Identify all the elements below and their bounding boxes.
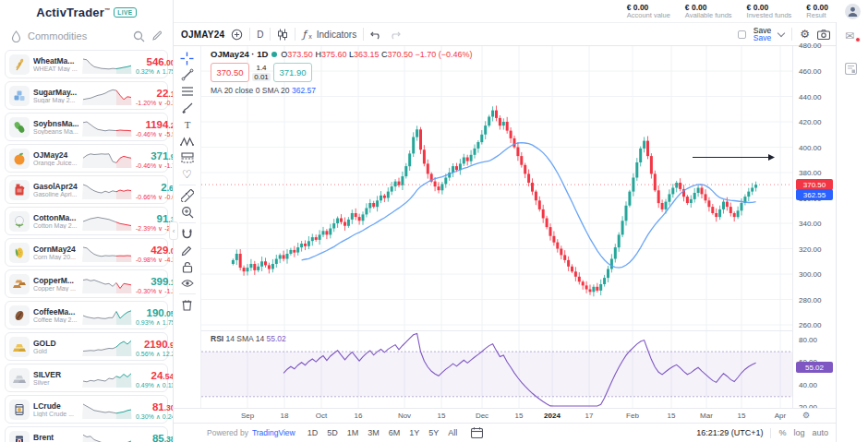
time-tick-label: 15	[668, 412, 676, 420]
instrument-price: 546.00	[136, 53, 173, 69]
instrument-change: 0.49% ∧ 0.119	[136, 382, 173, 389]
log-scale-button[interactable]: log	[793, 428, 804, 437]
sidebar-collapse-chevron[interactable]: ‹	[169, 221, 178, 240]
trash-icon[interactable]	[177, 296, 198, 313]
sparkline-chart	[82, 181, 132, 199]
save-chevron-down-icon[interactable]	[778, 29, 785, 36]
notifications-envelope-icon[interactable]: ✉	[845, 30, 854, 42]
instrument-price: 429.00	[136, 241, 173, 257]
chart-style-candles-icon[interactable]	[277, 29, 288, 41]
copper-icon	[9, 274, 30, 294]
range-button-3m[interactable]: 3M	[368, 428, 380, 437]
time-tick-label: 18	[281, 412, 289, 420]
sparkline-chart	[82, 432, 132, 442]
sell-bid-button[interactable]: 370.50	[211, 63, 249, 82]
instrument-price: 1194.25	[136, 115, 173, 132]
watchlist-item[interactable]: BrentICE Brent Cru...85.380.28% ∧ 0.24	[5, 426, 168, 442]
price-tick-label: 300.00	[799, 270, 821, 279]
watchlist-item[interactable]: SugarMay...Sugar May 2...22.19-1.20% ∨ -…	[5, 81, 168, 110]
price-tick-label: 440.00	[799, 93, 821, 102]
range-button-5y[interactable]: 5Y	[428, 428, 439, 437]
rsi-indicator-legend[interactable]: RSI 14 SMA 14 55.02	[211, 334, 286, 343]
sma-value-badge: 362.55	[796, 189, 833, 200]
price-tick-label: 480.00	[799, 42, 821, 50]
zoom-in-icon[interactable]	[177, 204, 198, 221]
redo-icon[interactable]	[389, 30, 401, 40]
go-to-date-icon[interactable]	[471, 427, 483, 438]
trendline-icon[interactable]	[177, 66, 198, 83]
fib-icon[interactable]	[177, 83, 198, 100]
range-button-1m[interactable]: 1M	[347, 428, 359, 437]
watchlist-item[interactable]: OJMay24Orange Juice...371.90-0.46% ∨ -1.…	[5, 144, 168, 173]
watchlist-item[interactable]: CopperM...Copper May ...399.15-0.30% ∨ -…	[5, 269, 168, 298]
heart-icon[interactable]: ♡	[177, 166, 198, 183]
sparkline-chart	[82, 400, 132, 419]
buy-ask-button[interactable]: 371.90	[273, 63, 312, 82]
range-button-1y[interactable]: 1Y	[409, 428, 419, 437]
autosave-checkbox[interactable]	[738, 30, 746, 39]
interval-button[interactable]: D	[257, 30, 263, 40]
edit-watchlist-pencil-icon[interactable]	[151, 30, 163, 42]
time-tick-label: 15	[515, 412, 524, 420]
tool-separator	[179, 293, 196, 294]
lock-icon[interactable]	[177, 258, 198, 275]
tradingview-link[interactable]: TradingView	[252, 428, 295, 437]
price-axis[interactable]: 480.00460.00440.00420.00400.00380.00340.…	[792, 46, 836, 408]
compare-add-icon[interactable]	[231, 29, 243, 41]
instrument-change: -0.30% ∨ -1.20	[136, 288, 173, 295]
time-tick-label: Feb	[626, 412, 639, 420]
watchlist-item[interactable]: CottonMa...Cotton May 2...91.32-2.39% ∨ …	[5, 207, 168, 235]
watchlist-item[interactable]: CornMay24Corn May 20...429.00-0.98% ∨ -4…	[5, 238, 168, 267]
avatar[interactable]	[845, 4, 861, 19]
instrument-symbol: CornMay24	[33, 245, 78, 254]
pattern-icon[interactable]	[177, 133, 198, 149]
brush-icon[interactable]	[177, 100, 198, 116]
account-metric: € 0.00Available funds	[685, 4, 732, 19]
watchlist: WheatMa...WHEAT May ...546.000.32% ∧ 1.7…	[0, 50, 173, 442]
instrument-price: 91.32	[136, 209, 173, 226]
chart-settings-gear-icon[interactable]: ⚙	[800, 28, 810, 41]
price-tick-label: 460.00	[799, 67, 821, 76]
eye-icon[interactable]	[177, 275, 198, 292]
watchlist-item[interactable]: GasolApr24Gasoline Apri...2.6808-0.66% ∨…	[5, 175, 168, 204]
range-button-5d[interactable]: 5D	[327, 428, 338, 437]
time-tick-label: 2024	[544, 412, 561, 420]
legend-symbol-interval[interactable]: OJMay24 · 1D	[211, 49, 268, 59]
range-button-1d[interactable]: 1D	[307, 428, 319, 437]
percent-scale-button[interactable]: %	[778, 428, 786, 437]
watchlist-item[interactable]: SILVERSilver24.5480.49% ∧ 0.119	[5, 364, 168, 392]
instrument-name: Light Crude ...	[33, 411, 78, 417]
auto-scale-button[interactable]: auto	[812, 428, 828, 437]
watchlist-item[interactable]: SoybnsMa...Soybeans Ma...1194.25-0.46% ∨…	[5, 113, 168, 141]
text-icon[interactable]: T	[177, 116, 198, 133]
instrument-price: 85.38	[136, 429, 173, 442]
crosshair-icon[interactable]	[177, 50, 198, 66]
instrument-name: Copper May ...	[33, 285, 78, 292]
save-button[interactable]: Save Save	[753, 27, 771, 42]
symbol-search-button[interactable]: OJMAY24	[181, 30, 224, 40]
position-icon[interactable]	[177, 149, 198, 166]
watchlist-item[interactable]: CoffeeMa...Coffee May 2...190.050.93% ∧ …	[5, 301, 168, 329]
undo-icon[interactable]	[370, 30, 382, 40]
watchlist-item[interactable]: WheatMa...WHEAT May ...546.000.32% ∧ 1.7…	[5, 50, 168, 78]
ma-indicator-legend[interactable]: MA 20 close 0 SMA 20 362.57	[211, 86, 473, 95]
search-icon[interactable]	[132, 30, 145, 42]
watchlist-item[interactable]: GOLDGold2190.900.56% ∧ 12.24	[5, 332, 168, 361]
magnet-icon[interactable]	[177, 225, 198, 242]
draw-mode-icon[interactable]	[177, 242, 198, 258]
indicators-button[interactable]: ƒx Indicators	[302, 29, 356, 41]
watchlist-item[interactable]: LCrudeLight Crude ...81.300.30% ∧ 0.24	[5, 395, 168, 424]
calendar-icon[interactable]	[845, 63, 857, 75]
range-button-all[interactable]: All	[448, 428, 457, 437]
snapshot-camera-icon[interactable]	[817, 30, 830, 40]
ruler-icon[interactable]	[177, 187, 198, 204]
tool-separator	[179, 185, 196, 185]
timezone-gear-icon[interactable]: ⚙	[802, 411, 810, 420]
sparkline-chart	[82, 149, 132, 168]
price-tick-label: 420.00	[799, 118, 821, 126]
time-axis[interactable]: Sep18Oct16Nov15Dec15202417Feb15Mar15Apr	[174, 408, 836, 423]
rsi-pane[interactable]	[201, 330, 792, 408]
instrument-change: 0.32% ∧ 1.75	[136, 68, 173, 76]
clock-label[interactable]: 16:21:29 (UTC+1)	[696, 428, 763, 437]
range-button-6m[interactable]: 6M	[389, 428, 401, 437]
